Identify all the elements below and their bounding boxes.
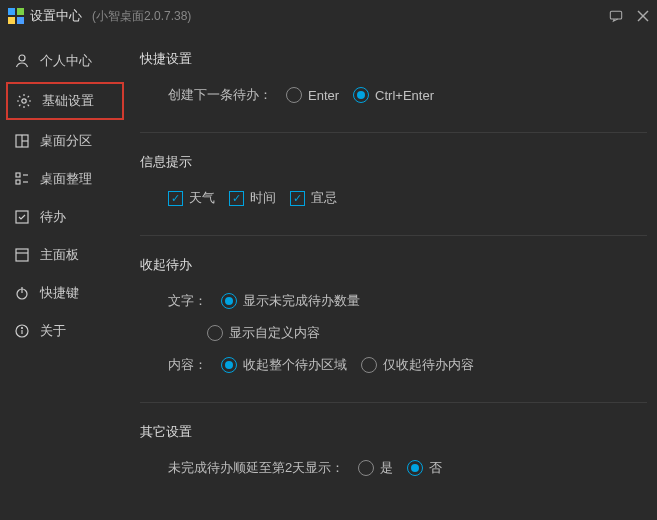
- sidebar-item-basic-settings[interactable]: 基础设置: [6, 82, 124, 120]
- sidebar-item-desktop-zone[interactable]: 桌面分区: [0, 122, 130, 160]
- sidebar-item-label: 主面板: [40, 246, 79, 264]
- radio-collapse-content[interactable]: [361, 357, 377, 373]
- section-info: 信息提示 ✓ 天气 ✓ 时间 ✓ 宜忌: [140, 153, 647, 207]
- radio-show-count[interactable]: [221, 293, 237, 309]
- option-ctrl-enter-label: Ctrl+Enter: [375, 88, 434, 103]
- svg-rect-0: [8, 8, 15, 15]
- collapse-content-label: 内容：: [168, 356, 207, 374]
- check-time-label: 时间: [250, 189, 276, 207]
- window-controls: [609, 9, 649, 23]
- close-icon[interactable]: [637, 10, 649, 22]
- titlebar: 设置中心 (小智桌面2.0.7.38): [0, 0, 657, 32]
- sidebar-item-todo[interactable]: 待办: [0, 198, 130, 236]
- checkbox-yiji[interactable]: ✓: [290, 191, 305, 206]
- section-quick: 快捷设置 创建下一条待办： Enter Ctrl+Enter: [140, 50, 647, 104]
- option-enter[interactable]: Enter: [286, 87, 339, 103]
- check-time-option[interactable]: ✓ 时间: [229, 189, 276, 207]
- radio-ctrl-enter[interactable]: [353, 87, 369, 103]
- svg-rect-16: [16, 211, 28, 223]
- radio-collapse-all[interactable]: [221, 357, 237, 373]
- option-collapse-content[interactable]: 仅收起待办内容: [361, 356, 474, 374]
- svg-rect-1: [17, 8, 24, 15]
- user-icon: [14, 53, 30, 69]
- sidebar-item-label: 基础设置: [42, 92, 94, 110]
- row-delay: 未完成待办顺延至第2天显示： 是 否: [140, 459, 647, 477]
- sidebar-item-about[interactable]: 关于: [0, 312, 130, 350]
- option-collapse-all[interactable]: 收起整个待办区域: [221, 356, 347, 374]
- sidebar-item-label: 快捷键: [40, 284, 79, 302]
- panel-icon: [14, 247, 30, 263]
- option-ctrl-enter[interactable]: Ctrl+Enter: [353, 87, 434, 103]
- divider: [140, 402, 647, 403]
- radio-no[interactable]: [407, 460, 423, 476]
- check-weather-option[interactable]: ✓ 天气: [168, 189, 215, 207]
- row-collapse-text2: 显示自定义内容: [140, 324, 647, 342]
- row-collapse-content: 内容： 收起整个待办区域 仅收起待办内容: [140, 356, 647, 374]
- option-show-count-label: 显示未完成待办数量: [243, 292, 360, 310]
- section-title-collapse: 收起待办: [140, 256, 647, 274]
- svg-point-7: [19, 55, 25, 61]
- option-no[interactable]: 否: [407, 459, 442, 477]
- svg-rect-4: [610, 11, 621, 19]
- radio-show-custom[interactable]: [207, 325, 223, 341]
- option-collapse-content-label: 仅收起待办内容: [383, 356, 474, 374]
- option-enter-label: Enter: [308, 88, 339, 103]
- option-show-custom-label: 显示自定义内容: [229, 324, 320, 342]
- collapse-text-label: 文字：: [168, 292, 207, 310]
- titlebar-left: 设置中心 (小智桌面2.0.7.38): [8, 7, 191, 25]
- section-title-quick: 快捷设置: [140, 50, 647, 68]
- svg-rect-3: [17, 17, 24, 24]
- info-icon: [14, 323, 30, 339]
- sidebar-item-label: 待办: [40, 208, 66, 226]
- section-collapse: 收起待办 文字： 显示未完成待办数量 显示自定义内容 内容： 收起整个待办区域: [140, 256, 647, 374]
- row-info-checks: ✓ 天气 ✓ 时间 ✓ 宜忌: [140, 189, 647, 207]
- sidebar-item-label: 桌面分区: [40, 132, 92, 150]
- section-title-info: 信息提示: [140, 153, 647, 171]
- option-yes[interactable]: 是: [358, 459, 393, 477]
- sidebar-item-label: 桌面整理: [40, 170, 92, 188]
- svg-rect-17: [16, 249, 28, 261]
- sidebar-item-profile[interactable]: 个人中心: [0, 42, 130, 80]
- svg-rect-2: [8, 17, 15, 24]
- check-yiji-option[interactable]: ✓ 宜忌: [290, 189, 337, 207]
- delay-label: 未完成待办顺延至第2天显示：: [168, 459, 344, 477]
- section-title-other: 其它设置: [140, 423, 647, 441]
- option-yes-label: 是: [380, 459, 393, 477]
- check-square-icon: [14, 209, 30, 225]
- feedback-icon[interactable]: [609, 9, 623, 23]
- grid-icon: [14, 133, 30, 149]
- divider: [140, 132, 647, 133]
- gear-icon: [16, 93, 32, 109]
- sidebar-item-desktop-organize[interactable]: 桌面整理: [0, 160, 130, 198]
- check-weather-label: 天气: [189, 189, 215, 207]
- checkbox-time[interactable]: ✓: [229, 191, 244, 206]
- main-container: 个人中心 基础设置 桌面分区: [0, 32, 657, 520]
- row-collapse-text1: 文字： 显示未完成待办数量: [140, 292, 647, 310]
- option-show-custom[interactable]: 显示自定义内容: [207, 324, 320, 342]
- option-show-count[interactable]: 显示未完成待办数量: [221, 292, 360, 310]
- svg-rect-12: [16, 173, 20, 177]
- window-title: 设置中心: [30, 7, 82, 25]
- check-yiji-label: 宜忌: [311, 189, 337, 207]
- window-subtitle: (小智桌面2.0.7.38): [92, 8, 191, 25]
- svg-rect-13: [16, 180, 20, 184]
- row-create-next: 创建下一条待办： Enter Ctrl+Enter: [140, 86, 647, 104]
- divider: [140, 235, 647, 236]
- sidebar-item-label: 关于: [40, 322, 66, 340]
- radio-enter[interactable]: [286, 87, 302, 103]
- app-icon: [8, 8, 24, 24]
- power-icon: [14, 285, 30, 301]
- radio-yes[interactable]: [358, 460, 374, 476]
- content-area: 快捷设置 创建下一条待办： Enter Ctrl+Enter 信息提示 ✓ 天气: [130, 32, 657, 520]
- sidebar-item-label: 个人中心: [40, 52, 92, 70]
- svg-point-8: [22, 99, 26, 103]
- option-no-label: 否: [429, 459, 442, 477]
- sidebar-item-main-panel[interactable]: 主面板: [0, 236, 130, 274]
- checkbox-weather[interactable]: ✓: [168, 191, 183, 206]
- sidebar-item-shortcut[interactable]: 快捷键: [0, 274, 130, 312]
- create-next-label: 创建下一条待办：: [168, 86, 272, 104]
- option-collapse-all-label: 收起整个待办区域: [243, 356, 347, 374]
- sidebar: 个人中心 基础设置 桌面分区: [0, 32, 130, 520]
- section-other: 其它设置 未完成待办顺延至第2天显示： 是 否: [140, 423, 647, 477]
- organize-icon: [14, 171, 30, 187]
